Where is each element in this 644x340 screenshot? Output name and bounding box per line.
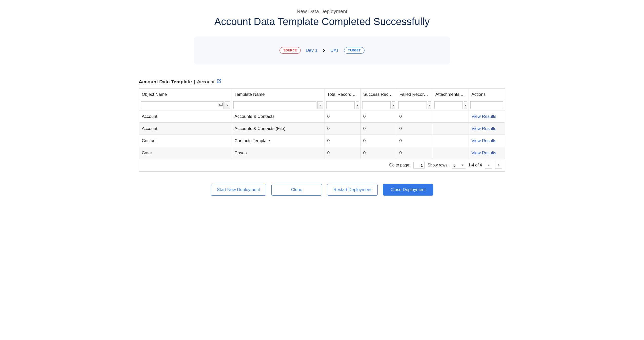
filter-actions-input[interactable] (470, 101, 503, 109)
cell-template-name: Accounts & Contacts (232, 110, 325, 123)
chevron-right-icon (323, 49, 325, 52)
filter-object-name-input[interactable] (141, 101, 224, 109)
cell-total: 0 (325, 147, 360, 159)
filter-total-dropdown[interactable] (356, 101, 359, 109)
environment-card: SOURCE Dev 1 UAT TARGET (194, 36, 450, 64)
cell-attachments (433, 147, 469, 159)
table-row: AccountAccounts & Contacts (File)000View… (139, 123, 505, 135)
col-actions[interactable]: Actions (469, 89, 505, 100)
cell-action[interactable]: View Results (469, 147, 505, 159)
cell-object-name: Contact (139, 135, 232, 147)
cell-template-name: Accounts & Contacts (File) (232, 123, 325, 135)
footer-actions: Start New Deployment Clone Restart Deplo… (139, 184, 505, 196)
cell-object-name: Account (139, 123, 232, 135)
restart-deployment-button[interactable]: Restart Deployment (327, 184, 378, 196)
col-success-records[interactable]: Success Record… (361, 89, 397, 100)
cell-success: 0 (361, 110, 397, 123)
close-deployment-button[interactable]: Close Deployment (383, 184, 433, 196)
pager-range: 1-4 of 4 (468, 163, 482, 167)
col-template-name[interactable]: Template Name (232, 89, 325, 100)
col-attachments[interactable]: Attachments (… (433, 89, 469, 100)
filter-template-name-input[interactable] (233, 101, 316, 109)
target-env-name[interactable]: UAT (330, 48, 339, 53)
start-new-deployment-button[interactable]: Start New Deployment (211, 184, 266, 196)
filter-object-name-dropdown[interactable] (225, 101, 230, 109)
cell-success: 0 (361, 135, 397, 147)
template-breadcrumb: Account Data Template | Account (139, 79, 505, 85)
pager-prev-button[interactable] (485, 162, 492, 169)
table-row: CaseCases000View Results (139, 147, 505, 159)
cell-failed: 0 (397, 135, 433, 147)
target-pill: TARGET (344, 47, 364, 54)
filter-total-input[interactable] (326, 101, 355, 109)
clone-button[interactable]: Clone (271, 184, 322, 196)
cell-action-link[interactable]: View Results (471, 150, 496, 155)
cell-failed: 0 (397, 123, 433, 135)
cell-object-name: Case (139, 147, 232, 159)
filter-failed-dropdown[interactable] (428, 101, 431, 109)
cell-object-name: Account (139, 110, 232, 123)
cell-action-link[interactable]: View Results (471, 114, 496, 119)
filter-attachments-input[interactable] (434, 101, 463, 109)
cell-template-name: Cases (232, 147, 325, 159)
cell-failed: 0 (397, 147, 433, 159)
pager-rows-select[interactable]: 5 (452, 162, 465, 169)
cell-total: 0 (325, 135, 360, 147)
cell-total: 0 (325, 123, 360, 135)
cell-action-link[interactable]: View Results (471, 126, 496, 131)
pager-go-input[interactable] (413, 162, 425, 169)
table-pager: Go to page: Show rows: 5 1-4 of 4 (139, 159, 505, 172)
template-object-label: Account (197, 79, 215, 85)
cell-attachments (433, 110, 469, 123)
cell-template-name: Contacts Template (232, 135, 325, 147)
results-table: Object Name Template Name Total Record C… (139, 88, 505, 172)
cell-total: 0 (325, 110, 360, 123)
col-object-name[interactable]: Object Name (139, 89, 232, 100)
breadcrumb-separator: | (194, 79, 195, 85)
cell-success: 0 (361, 147, 397, 159)
filter-success-dropdown[interactable] (392, 101, 395, 109)
source-pill: SOURCE (279, 47, 300, 54)
cell-action[interactable]: View Results (469, 123, 505, 135)
template-name-label: Account Data Template (139, 79, 192, 85)
table-row: AccountAccounts & Contacts000View Result… (139, 110, 505, 123)
cell-action[interactable]: View Results (469, 135, 505, 147)
cell-success: 0 (361, 123, 397, 135)
filter-failed-input[interactable] (398, 101, 427, 109)
filter-template-name-dropdown[interactable] (317, 101, 323, 109)
table-row: ContactContacts Template000View Results (139, 135, 505, 147)
external-link-icon[interactable] (216, 79, 222, 85)
cell-action-link[interactable]: View Results (471, 138, 496, 143)
cell-action[interactable]: View Results (469, 110, 505, 123)
cell-failed: 0 (397, 110, 433, 123)
source-env-name[interactable]: Dev 1 (306, 48, 318, 53)
filter-success-input[interactable] (362, 101, 391, 109)
cell-attachments (433, 135, 469, 147)
col-total-records[interactable]: Total Record C… (325, 89, 360, 100)
pager-next-button[interactable] (495, 162, 502, 169)
page-title: Account Data Template Completed Successf… (139, 16, 505, 27)
pager-rows-label: Show rows: (428, 163, 449, 167)
page-subtitle: New Data Deployment (139, 9, 505, 14)
col-failed-records[interactable]: Failed Record C… (397, 89, 433, 100)
filter-attachments-dropdown[interactable] (464, 101, 467, 109)
cell-attachments (433, 123, 469, 135)
pager-go-label: Go to page: (389, 163, 410, 167)
